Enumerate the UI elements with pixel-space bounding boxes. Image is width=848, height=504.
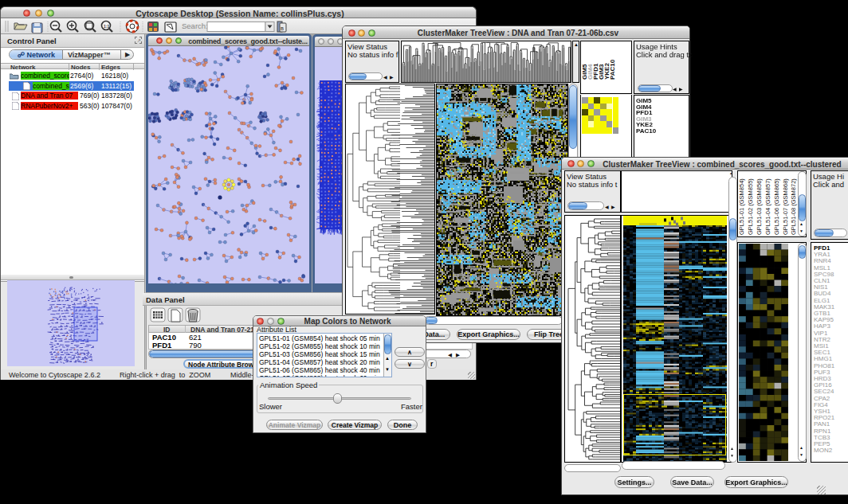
svg-text:GPL51-08 (GSM872): GPL51-08 (GSM872): [790, 178, 797, 235]
svg-text:GPL51-06 (GSM865): GPL51-06 (GSM865): [773, 178, 780, 235]
svg-text:PAC10: PAC10: [609, 59, 616, 80]
svg-text:B: B: [281, 26, 284, 31]
svg-text:GPL51-02 (GSM855): GPL51-02 (GSM855): [747, 178, 754, 235]
svg-text:GPL51-07 (GSM868): GPL51-07 (GSM868): [782, 178, 789, 235]
svg-text:1:1: 1:1: [104, 24, 109, 29]
svg-text:Search:: Search:: [182, 21, 208, 30]
svg-text:GPL51-04 (GSM857): GPL51-04 (GSM857): [764, 178, 771, 235]
svg-text:GPL51-03 (GSM856): GPL51-03 (GSM856): [756, 178, 763, 235]
svg-text:GPL51-01 (GSM854): GPL51-01 (GSM854): [738, 178, 745, 235]
